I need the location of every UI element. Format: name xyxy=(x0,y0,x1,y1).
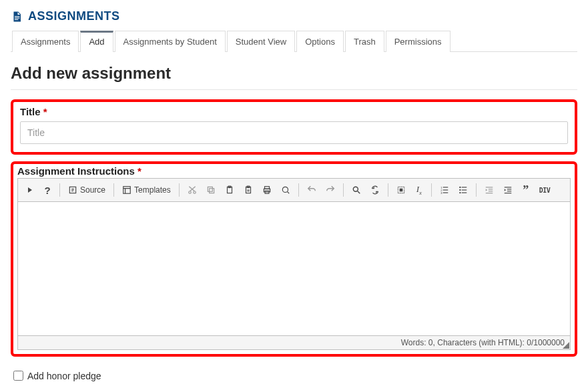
tab-add[interactable]: Add xyxy=(80,31,113,52)
svg-rect-37 xyxy=(507,189,511,189)
svg-rect-1 xyxy=(15,17,20,18)
paste-button[interactable] xyxy=(221,181,238,199)
toolbar-separator xyxy=(179,183,180,197)
svg-rect-23 xyxy=(443,189,448,190)
editor-content-area[interactable] xyxy=(18,202,570,335)
svg-rect-25 xyxy=(443,193,448,193)
toolbar-separator xyxy=(113,183,114,197)
title-input[interactable] xyxy=(20,121,568,144)
blockquote-button[interactable]: ” xyxy=(518,181,534,199)
svg-text:3: 3 xyxy=(440,191,443,195)
remove-format-button[interactable]: Ix xyxy=(411,181,427,199)
form-heading: Add new assignment xyxy=(11,64,577,83)
svg-point-6 xyxy=(193,191,196,194)
svg-point-30 xyxy=(459,192,461,193)
svg-rect-4 xyxy=(123,187,131,194)
resize-grip[interactable] xyxy=(563,342,569,349)
honor-pledge-label[interactable]: Add honor pledge xyxy=(27,371,101,381)
title-highlight-box: Title * xyxy=(11,99,577,155)
toolbar-separator xyxy=(59,183,60,197)
redo-button[interactable] xyxy=(322,181,339,199)
tab-assignments-by-student[interactable]: Assignments by Student xyxy=(115,31,226,52)
required-marker: * xyxy=(43,106,47,117)
title-label-text: Title xyxy=(20,106,41,117)
status-text: Words: 0, Characters (with HTML): 0/1000… xyxy=(401,338,565,347)
templates-button[interactable]: Templates xyxy=(118,181,175,199)
page-title: ASSIGNMENTS xyxy=(28,9,120,23)
svg-point-28 xyxy=(459,189,461,191)
indent-button[interactable] xyxy=(499,181,517,199)
toolbar-separator xyxy=(298,183,299,197)
source-button[interactable]: Source xyxy=(64,181,109,199)
copy-button[interactable] xyxy=(202,181,220,199)
instructions-highlight-box: Assignment Instructions * ? Source Templ… xyxy=(11,161,577,357)
svg-rect-2 xyxy=(15,19,18,19)
divider xyxy=(11,89,577,90)
svg-point-5 xyxy=(188,191,191,194)
templates-label: Templates xyxy=(134,185,171,195)
print-button[interactable] xyxy=(258,181,276,199)
honor-pledge-row: Add honor pledge xyxy=(11,363,577,392)
replace-button[interactable] xyxy=(366,181,384,199)
select-all-button[interactable] xyxy=(392,181,410,199)
svg-rect-33 xyxy=(489,189,493,189)
honor-pledge-checkbox[interactable] xyxy=(13,371,23,381)
instructions-label: Assignment Instructions * xyxy=(17,165,571,177)
instructions-label-text: Assignment Instructions xyxy=(17,165,135,177)
svg-rect-27 xyxy=(461,187,467,187)
svg-rect-21 xyxy=(443,187,448,187)
source-label: Source xyxy=(80,185,105,195)
bullet-list-button[interactable] xyxy=(455,181,472,199)
find-button[interactable] xyxy=(348,181,365,199)
svg-rect-0 xyxy=(15,16,20,17)
undo-button[interactable] xyxy=(303,181,320,199)
numbered-list-button[interactable]: 123 xyxy=(436,181,453,199)
svg-point-16 xyxy=(282,187,288,192)
spellcheck-button[interactable] xyxy=(277,181,294,199)
tab-student-view[interactable]: Student View xyxy=(227,31,295,52)
help-button[interactable]: ? xyxy=(39,181,55,199)
svg-rect-31 xyxy=(461,193,467,193)
toolbar-separator xyxy=(431,183,432,197)
svg-rect-8 xyxy=(208,187,212,191)
toolbar-separator xyxy=(388,183,388,197)
svg-rect-19 xyxy=(399,189,402,192)
expand-toolbar-button[interactable] xyxy=(22,181,38,199)
editor-status-bar: Words: 0, Characters (with HTML): 0/1000… xyxy=(18,335,570,349)
tab-permissions[interactable]: Permissions xyxy=(386,31,451,52)
tab-assignments[interactable]: Assignments xyxy=(12,31,79,52)
tab-options[interactable]: Options xyxy=(296,31,344,52)
editor-toolbar: ? Source Templates xyxy=(18,179,570,202)
paste-text-button[interactable] xyxy=(240,181,257,199)
svg-rect-34 xyxy=(489,191,493,191)
title-label: Title * xyxy=(20,106,568,117)
rich-text-editor: ? Source Templates xyxy=(17,178,571,350)
svg-rect-7 xyxy=(209,189,214,193)
div-container-button[interactable]: DIV xyxy=(535,181,555,199)
page-header: ASSIGNMENTS xyxy=(11,0,577,30)
svg-rect-39 xyxy=(504,193,511,193)
tab-trash[interactable]: Trash xyxy=(345,31,384,52)
svg-point-17 xyxy=(353,187,358,191)
required-marker: * xyxy=(137,165,141,177)
svg-rect-36 xyxy=(504,187,511,187)
toolbar-separator xyxy=(476,183,477,197)
cut-button[interactable] xyxy=(184,181,201,199)
svg-point-26 xyxy=(459,187,461,188)
tabs: Assignments Add Assignments by Student S… xyxy=(11,30,577,52)
svg-rect-29 xyxy=(461,189,467,190)
outdent-button[interactable] xyxy=(481,181,498,199)
document-icon xyxy=(11,11,23,23)
svg-rect-38 xyxy=(507,191,511,191)
svg-rect-32 xyxy=(485,187,493,187)
toolbar-separator xyxy=(343,183,344,197)
svg-rect-35 xyxy=(485,193,493,193)
